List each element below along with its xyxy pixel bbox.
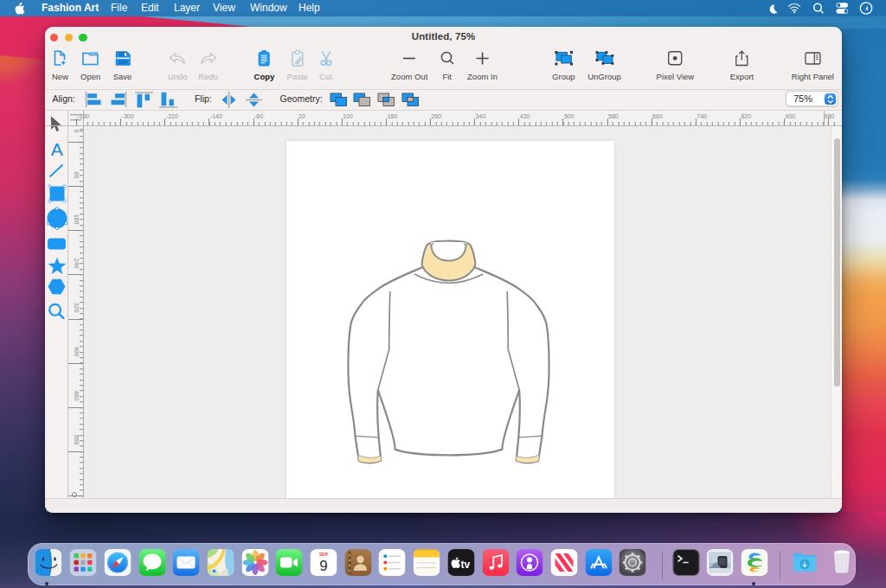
svg-text:9: 9 — [319, 558, 327, 574]
svg-text:SEP: SEP — [319, 552, 329, 557]
svg-text:tv: tv — [460, 559, 470, 571]
